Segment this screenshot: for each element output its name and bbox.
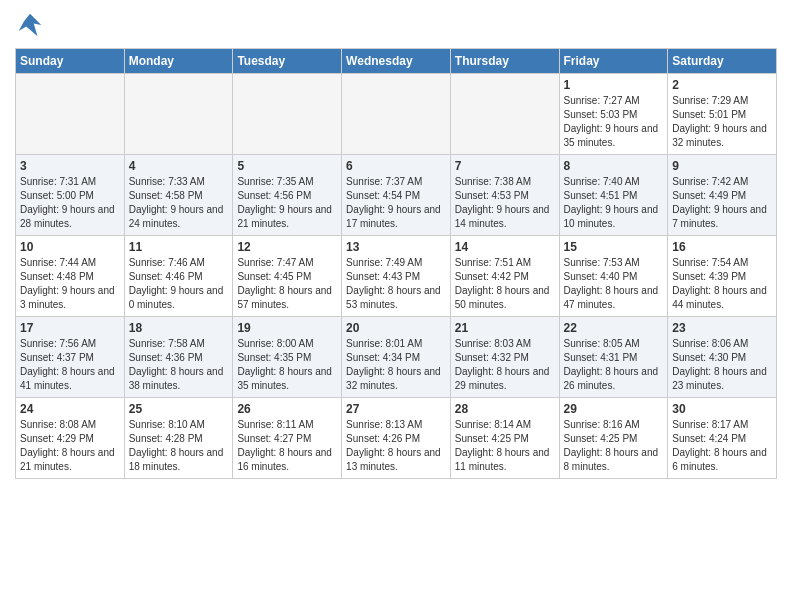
svg-marker-0	[19, 14, 42, 37]
calendar-cell: 2Sunrise: 7:29 AM Sunset: 5:01 PM Daylig…	[668, 74, 777, 155]
day-number: 2	[672, 78, 772, 92]
day-number: 9	[672, 159, 772, 173]
day-number: 1	[564, 78, 664, 92]
day-number: 17	[20, 321, 120, 335]
calendar-cell	[233, 74, 342, 155]
day-info: Sunrise: 7:51 AM Sunset: 4:42 PM Dayligh…	[455, 256, 555, 312]
calendar-table: SundayMondayTuesdayWednesdayThursdayFrid…	[15, 48, 777, 479]
week-row-5: 24Sunrise: 8:08 AM Sunset: 4:29 PM Dayli…	[16, 398, 777, 479]
day-info: Sunrise: 7:56 AM Sunset: 4:37 PM Dayligh…	[20, 337, 120, 393]
day-info: Sunrise: 8:06 AM Sunset: 4:30 PM Dayligh…	[672, 337, 772, 393]
day-info: Sunrise: 7:46 AM Sunset: 4:46 PM Dayligh…	[129, 256, 229, 312]
day-number: 18	[129, 321, 229, 335]
day-number: 6	[346, 159, 446, 173]
day-info: Sunrise: 8:13 AM Sunset: 4:26 PM Dayligh…	[346, 418, 446, 474]
day-number: 24	[20, 402, 120, 416]
calendar-cell: 9Sunrise: 7:42 AM Sunset: 4:49 PM Daylig…	[668, 155, 777, 236]
day-number: 10	[20, 240, 120, 254]
day-info: Sunrise: 7:27 AM Sunset: 5:03 PM Dayligh…	[564, 94, 664, 150]
day-number: 23	[672, 321, 772, 335]
day-number: 11	[129, 240, 229, 254]
calendar-cell: 23Sunrise: 8:06 AM Sunset: 4:30 PM Dayli…	[668, 317, 777, 398]
page: SundayMondayTuesdayWednesdayThursdayFrid…	[0, 0, 792, 489]
weekday-header-row: SundayMondayTuesdayWednesdayThursdayFrid…	[16, 49, 777, 74]
header	[15, 10, 777, 40]
calendar-cell: 29Sunrise: 8:16 AM Sunset: 4:25 PM Dayli…	[559, 398, 668, 479]
calendar-cell: 5Sunrise: 7:35 AM Sunset: 4:56 PM Daylig…	[233, 155, 342, 236]
calendar-cell: 20Sunrise: 8:01 AM Sunset: 4:34 PM Dayli…	[342, 317, 451, 398]
day-info: Sunrise: 7:53 AM Sunset: 4:40 PM Dayligh…	[564, 256, 664, 312]
day-number: 30	[672, 402, 772, 416]
calendar-cell: 10Sunrise: 7:44 AM Sunset: 4:48 PM Dayli…	[16, 236, 125, 317]
day-info: Sunrise: 7:47 AM Sunset: 4:45 PM Dayligh…	[237, 256, 337, 312]
day-info: Sunrise: 7:58 AM Sunset: 4:36 PM Dayligh…	[129, 337, 229, 393]
day-info: Sunrise: 7:54 AM Sunset: 4:39 PM Dayligh…	[672, 256, 772, 312]
calendar-cell: 30Sunrise: 8:17 AM Sunset: 4:24 PM Dayli…	[668, 398, 777, 479]
calendar-cell: 15Sunrise: 7:53 AM Sunset: 4:40 PM Dayli…	[559, 236, 668, 317]
day-number: 12	[237, 240, 337, 254]
calendar-cell: 6Sunrise: 7:37 AM Sunset: 4:54 PM Daylig…	[342, 155, 451, 236]
day-number: 7	[455, 159, 555, 173]
day-number: 28	[455, 402, 555, 416]
logo	[15, 10, 49, 40]
calendar-cell: 14Sunrise: 7:51 AM Sunset: 4:42 PM Dayli…	[450, 236, 559, 317]
calendar-cell: 17Sunrise: 7:56 AM Sunset: 4:37 PM Dayli…	[16, 317, 125, 398]
day-number: 20	[346, 321, 446, 335]
day-info: Sunrise: 7:29 AM Sunset: 5:01 PM Dayligh…	[672, 94, 772, 150]
weekday-header-tuesday: Tuesday	[233, 49, 342, 74]
weekday-header-wednesday: Wednesday	[342, 49, 451, 74]
calendar-cell	[342, 74, 451, 155]
calendar-cell: 4Sunrise: 7:33 AM Sunset: 4:58 PM Daylig…	[124, 155, 233, 236]
day-info: Sunrise: 8:11 AM Sunset: 4:27 PM Dayligh…	[237, 418, 337, 474]
calendar-cell: 7Sunrise: 7:38 AM Sunset: 4:53 PM Daylig…	[450, 155, 559, 236]
week-row-2: 3Sunrise: 7:31 AM Sunset: 5:00 PM Daylig…	[16, 155, 777, 236]
day-number: 25	[129, 402, 229, 416]
weekday-header-sunday: Sunday	[16, 49, 125, 74]
day-number: 16	[672, 240, 772, 254]
calendar-cell: 25Sunrise: 8:10 AM Sunset: 4:28 PM Dayli…	[124, 398, 233, 479]
day-info: Sunrise: 8:17 AM Sunset: 4:24 PM Dayligh…	[672, 418, 772, 474]
day-info: Sunrise: 7:33 AM Sunset: 4:58 PM Dayligh…	[129, 175, 229, 231]
day-info: Sunrise: 8:14 AM Sunset: 4:25 PM Dayligh…	[455, 418, 555, 474]
day-number: 27	[346, 402, 446, 416]
calendar-cell: 16Sunrise: 7:54 AM Sunset: 4:39 PM Dayli…	[668, 236, 777, 317]
day-number: 5	[237, 159, 337, 173]
day-info: Sunrise: 8:00 AM Sunset: 4:35 PM Dayligh…	[237, 337, 337, 393]
day-number: 22	[564, 321, 664, 335]
calendar-cell: 1Sunrise: 7:27 AM Sunset: 5:03 PM Daylig…	[559, 74, 668, 155]
day-number: 26	[237, 402, 337, 416]
week-row-3: 10Sunrise: 7:44 AM Sunset: 4:48 PM Dayli…	[16, 236, 777, 317]
day-info: Sunrise: 7:42 AM Sunset: 4:49 PM Dayligh…	[672, 175, 772, 231]
day-info: Sunrise: 7:40 AM Sunset: 4:51 PM Dayligh…	[564, 175, 664, 231]
day-number: 19	[237, 321, 337, 335]
calendar-cell: 12Sunrise: 7:47 AM Sunset: 4:45 PM Dayli…	[233, 236, 342, 317]
day-info: Sunrise: 7:37 AM Sunset: 4:54 PM Dayligh…	[346, 175, 446, 231]
weekday-header-friday: Friday	[559, 49, 668, 74]
calendar-cell: 26Sunrise: 8:11 AM Sunset: 4:27 PM Dayli…	[233, 398, 342, 479]
calendar-cell: 22Sunrise: 8:05 AM Sunset: 4:31 PM Dayli…	[559, 317, 668, 398]
day-info: Sunrise: 7:44 AM Sunset: 4:48 PM Dayligh…	[20, 256, 120, 312]
day-info: Sunrise: 8:01 AM Sunset: 4:34 PM Dayligh…	[346, 337, 446, 393]
day-number: 14	[455, 240, 555, 254]
calendar-cell: 21Sunrise: 8:03 AM Sunset: 4:32 PM Dayli…	[450, 317, 559, 398]
weekday-header-thursday: Thursday	[450, 49, 559, 74]
logo-icon	[15, 10, 45, 40]
day-info: Sunrise: 8:16 AM Sunset: 4:25 PM Dayligh…	[564, 418, 664, 474]
calendar-cell: 13Sunrise: 7:49 AM Sunset: 4:43 PM Dayli…	[342, 236, 451, 317]
day-number: 21	[455, 321, 555, 335]
calendar-cell: 24Sunrise: 8:08 AM Sunset: 4:29 PM Dayli…	[16, 398, 125, 479]
weekday-header-saturday: Saturday	[668, 49, 777, 74]
calendar-cell: 11Sunrise: 7:46 AM Sunset: 4:46 PM Dayli…	[124, 236, 233, 317]
week-row-4: 17Sunrise: 7:56 AM Sunset: 4:37 PM Dayli…	[16, 317, 777, 398]
day-info: Sunrise: 8:10 AM Sunset: 4:28 PM Dayligh…	[129, 418, 229, 474]
calendar-cell: 19Sunrise: 8:00 AM Sunset: 4:35 PM Dayli…	[233, 317, 342, 398]
calendar-cell: 27Sunrise: 8:13 AM Sunset: 4:26 PM Dayli…	[342, 398, 451, 479]
day-number: 4	[129, 159, 229, 173]
day-number: 13	[346, 240, 446, 254]
calendar-cell: 18Sunrise: 7:58 AM Sunset: 4:36 PM Dayli…	[124, 317, 233, 398]
day-info: Sunrise: 8:05 AM Sunset: 4:31 PM Dayligh…	[564, 337, 664, 393]
weekday-header-monday: Monday	[124, 49, 233, 74]
calendar-cell	[124, 74, 233, 155]
calendar-cell	[16, 74, 125, 155]
calendar-cell: 3Sunrise: 7:31 AM Sunset: 5:00 PM Daylig…	[16, 155, 125, 236]
